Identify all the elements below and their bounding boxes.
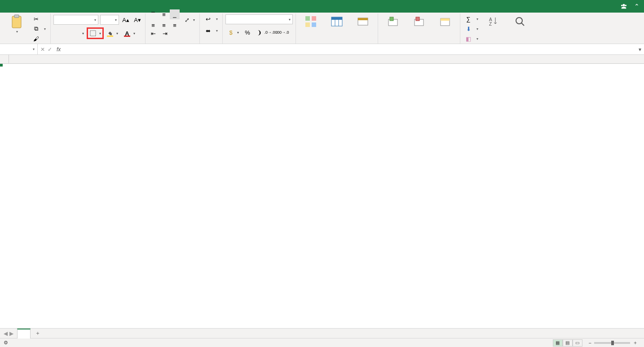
svg-rect-6 xyxy=(312,22,316,27)
sheet-tab-bar: ◀ ▶ ＋ xyxy=(0,328,644,338)
zoom-slider-thumb[interactable] xyxy=(611,341,614,345)
formula-input[interactable] xyxy=(62,44,636,54)
align-middle-button[interactable]: ≡ xyxy=(159,9,169,19)
increase-font-button[interactable]: A▴ xyxy=(121,15,131,25)
cut-button[interactable]: ✂ xyxy=(31,14,48,23)
align-top-icon: ⎺ xyxy=(151,11,155,18)
view-page-break-button[interactable]: ▭ xyxy=(573,339,582,347)
sheet-nav-prev-button[interactable]: ◀ xyxy=(4,330,8,337)
merge-center-button[interactable]: ⬌ ▾ xyxy=(203,26,220,35)
ribbon-group-number: ▾ $▾ % ❩ .0→.00 .00→.0 xyxy=(223,13,296,44)
align-right-button[interactable]: ≡ xyxy=(170,20,180,30)
delete-cells-button[interactable] xyxy=(407,14,431,43)
expand-formula-bar-button[interactable]: ▾ xyxy=(636,46,644,53)
svg-rect-2 xyxy=(90,31,96,36)
decrease-font-button[interactable]: A▾ xyxy=(132,15,142,25)
font-size-combo[interactable]: ▾ xyxy=(100,15,119,25)
conditional-formatting-icon xyxy=(304,14,318,29)
status-bar: ⚙ ▦ ▤ ▭ − ＋ xyxy=(0,338,644,347)
view-normal-button[interactable]: ▦ xyxy=(553,339,563,347)
increase-decimal-button[interactable]: .0→.00 xyxy=(266,27,276,37)
sort-filter-button[interactable]: AZ xyxy=(482,14,506,43)
zoom-control[interactable]: − ＋ xyxy=(589,339,640,346)
comma-button[interactable]: ❩ xyxy=(254,27,264,37)
increase-font-icon: A▴ xyxy=(122,17,129,23)
ribbon-tab-bar: ⌃ xyxy=(0,0,644,13)
insert-cells-button[interactable] xyxy=(381,14,405,43)
borders-icon xyxy=(88,28,98,38)
align-middle-icon: ≡ xyxy=(162,11,166,18)
svg-rect-4 xyxy=(312,16,316,21)
percent-icon: % xyxy=(245,29,250,36)
chevron-down-icon: ▾ xyxy=(44,27,46,31)
fill-down-icon: ⬇ xyxy=(465,26,472,32)
conditional-formatting-button[interactable] xyxy=(299,14,323,43)
autosum-button[interactable]: ∑ ▾ xyxy=(463,14,480,23)
percent-button[interactable]: % xyxy=(243,27,252,37)
fill-button[interactable]: ⬇ ▾ xyxy=(463,24,480,33)
decrease-decimal-button[interactable]: .00→.0 xyxy=(278,27,287,37)
copy-button[interactable]: ⧉ ▾ xyxy=(31,24,48,33)
chevron-down-icon: ▾ xyxy=(94,18,96,22)
zoom-in-button[interactable]: ＋ xyxy=(633,339,638,346)
decrease-indent-button[interactable]: ⇤ xyxy=(148,28,158,38)
bold-button[interactable] xyxy=(53,28,63,38)
zoom-out-button[interactable]: − xyxy=(589,340,591,346)
number-format-combo[interactable]: ▾ xyxy=(225,14,293,24)
zoom-slider-track[interactable] xyxy=(594,342,630,344)
chevron-down-icon: ▾ xyxy=(115,31,119,36)
spreadsheet-grid[interactable] xyxy=(0,55,644,328)
currency-button[interactable]: $▾ xyxy=(225,27,241,37)
format-cells-button[interactable] xyxy=(433,14,457,43)
underline-button[interactable]: ▾ xyxy=(77,28,86,38)
svg-rect-18 xyxy=(441,18,450,21)
select-all-corner[interactable] xyxy=(0,55,9,63)
align-left-icon: ≡ xyxy=(151,22,155,29)
align-bottom-button[interactable]: ⎯ xyxy=(170,9,180,19)
font-name-combo[interactable]: ▾ xyxy=(53,15,98,25)
add-sheet-button[interactable]: ＋ xyxy=(31,329,45,337)
orientation-button[interactable]: ⤢▾ xyxy=(181,15,197,25)
page-icon: ▤ xyxy=(565,340,569,345)
ribbon-group-clipboard: ▾ ✂ ⧉ ▾ 🖌 xyxy=(2,13,51,44)
align-top-button[interactable]: ⎺ xyxy=(148,9,158,19)
format-as-table-button[interactable] xyxy=(325,14,349,43)
share-button[interactable] xyxy=(618,3,631,9)
increase-indent-button[interactable]: ⇥ xyxy=(160,28,170,38)
outdent-icon: ⇤ xyxy=(151,30,156,37)
paste-button[interactable]: ▾ xyxy=(4,14,29,43)
copy-icon: ⧉ xyxy=(32,25,40,32)
ribbon-group-editing: ∑ ▾ ⬇ ▾ ◧ ▾ AZ xyxy=(460,13,535,44)
ribbon-group-font: ▾ ▾ A▴ A▾ ▾ ▾ ▾ A▾ xyxy=(51,13,146,44)
chevron-down-icon: ▾ xyxy=(289,18,291,22)
view-page-layout-button[interactable]: ▤ xyxy=(563,339,573,347)
fx-icon[interactable]: fx xyxy=(55,46,62,53)
cancel-formula-button[interactable]: ✕ xyxy=(40,46,45,53)
find-select-button[interactable] xyxy=(508,14,532,43)
sigma-icon: ∑ xyxy=(465,16,472,22)
svg-rect-12 xyxy=(358,18,368,20)
chevron-down-icon: ▾ xyxy=(33,47,35,51)
format-painter-button[interactable]: 🖌 xyxy=(31,34,48,43)
svg-rect-5 xyxy=(305,22,310,27)
chevron-down-icon: ▾ xyxy=(115,18,117,22)
fill-color-button[interactable]: ▾ xyxy=(105,28,120,38)
decrease-decimal-icon: .00→.0 xyxy=(276,30,289,35)
accept-formula-button[interactable]: ✓ xyxy=(48,46,52,53)
eraser-icon: ◧ xyxy=(465,36,472,42)
break-icon: ▭ xyxy=(575,340,579,345)
currency-icon: $ xyxy=(226,27,236,37)
italic-button[interactable] xyxy=(65,28,75,38)
cell-styles-button[interactable] xyxy=(351,14,375,43)
borders-button[interactable]: ▾ xyxy=(88,28,103,38)
chevron-down-icon: ▾ xyxy=(132,31,137,36)
customize-status-icon[interactable]: ⚙ xyxy=(4,340,8,346)
align-right-icon: ≡ xyxy=(173,22,176,29)
sheet-tab[interactable] xyxy=(17,329,31,338)
sheet-nav-next-button[interactable]: ▶ xyxy=(9,330,13,337)
clear-button[interactable]: ◧ ▾ xyxy=(463,34,480,43)
name-box[interactable]: ▾ xyxy=(0,44,38,54)
collapse-ribbon-button[interactable]: ⌃ xyxy=(631,3,642,10)
wrap-text-button[interactable]: ↩ ▾ xyxy=(203,14,220,23)
font-color-button[interactable]: A▾ xyxy=(122,28,137,38)
